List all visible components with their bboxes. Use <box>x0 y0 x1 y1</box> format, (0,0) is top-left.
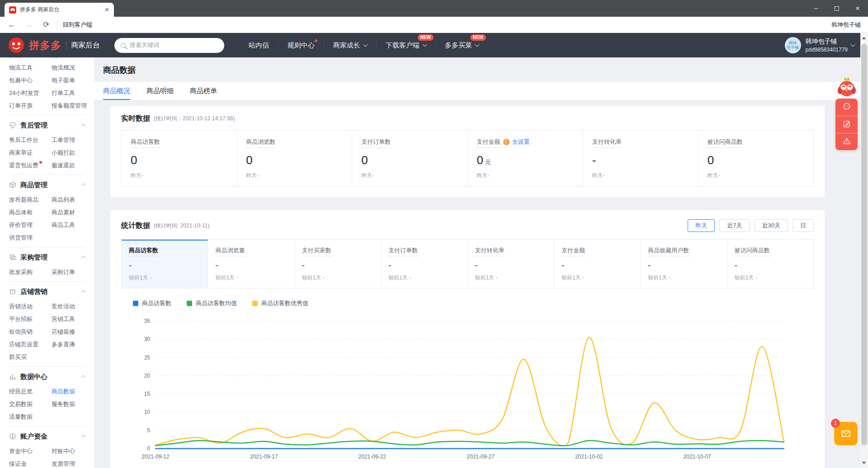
sidebar-link-商品体检[interactable]: 商品体检 <box>9 209 33 216</box>
sidebar-link-商品素材[interactable]: 商品素材 <box>52 209 75 216</box>
sidebar-link-报备额度管理[interactable]: 报备额度管理 <box>52 102 87 109</box>
sidebar-link-退货包运费[interactable]: 退货包运费 <box>9 162 38 169</box>
svg-text:25: 25 <box>144 355 151 361</box>
back-icon[interactable]: ← <box>6 20 17 29</box>
sidebar-link-资金中心[interactable]: 资金中心 <box>9 448 33 454</box>
tab-商品榜单[interactable]: 商品榜单 <box>190 82 217 100</box>
sidebar-link-售后工作台[interactable]: 售后工作台 <box>9 137 38 143</box>
sidebar-link-商品列表[interactable]: 商品列表 <box>52 196 75 203</box>
nav-item-2[interactable]: 商家成长 <box>324 33 376 57</box>
metric-tab-支付买家数[interactable]: 支付买家数-较前1天 - <box>295 240 381 288</box>
legend-item-商品访客数优秀值[interactable]: 商品访客数优秀值 <box>252 299 308 307</box>
range-button-日[interactable]: 日 <box>793 219 814 232</box>
sidebar-link-电子面单[interactable]: 电子面单 <box>52 77 75 84</box>
sidebar-section-商品管理[interactable]: 商品管理 <box>9 178 94 192</box>
scrollbar-up-icon[interactable] <box>862 37 866 39</box>
legend-item-商品访客数[interactable]: 商品访客数 <box>133 299 171 307</box>
sidebar-link-商品数据[interactable]: 商品数据 <box>52 388 75 395</box>
nav-item-4[interactable]: 多多买菜NEW <box>436 33 488 57</box>
sidebar-link-竞价活动[interactable]: 竞价活动 <box>52 303 75 310</box>
sidebar-link-短信营销[interactable]: 短信营销 <box>9 328 33 335</box>
mail-button[interactable]: 1 <box>834 422 858 445</box>
sidebar-link-交易数据[interactable]: 交易数据 <box>9 401 33 407</box>
search-input[interactable]: 搜索关键词 <box>114 38 224 53</box>
range-button-近7天[interactable]: 近7天 <box>719 219 750 232</box>
sidebar-link-工单管理[interactable]: 工单管理 <box>52 137 75 143</box>
reload-icon[interactable]: ⟳ <box>41 20 52 29</box>
sidebar-link-经营总览[interactable]: 经营总览 <box>9 388 33 395</box>
sidebar-link-极速退款[interactable]: 极速退款 <box>52 162 75 169</box>
page-scrollbar[interactable] <box>860 33 868 468</box>
metric-tab-支付转化率[interactable]: 支付转化率-较前1天 - <box>468 240 554 288</box>
sidebar-link-批发采购[interactable]: 批发采购 <box>9 269 33 275</box>
go-setup-link[interactable]: 去设置 <box>512 138 530 145</box>
sidebar-link-打单工具[interactable]: 打单工具 <box>52 90 75 96</box>
tab-商品明细[interactable]: 商品明细 <box>146 82 174 100</box>
sidebar-link-物流下单[interactable]: 物流下单 <box>52 57 75 58</box>
sidebar-link-小额打款[interactable]: 小额打款 <box>52 149 75 156</box>
back-to-client-button[interactable]: 回到客户端 <box>63 21 92 29</box>
pinduoduo-logo-icon[interactable] <box>8 37 24 53</box>
sidebar-link-发货管理[interactable]: 发货管理 <box>9 57 33 58</box>
sidebar-link-多多直播[interactable]: 多多直播 <box>52 341 75 348</box>
sidebar-link-营销工具[interactable]: 营销工具 <box>52 316 75 322</box>
sidebar-section-店铺营销[interactable]: 店铺营销 <box>9 285 94 298</box>
metric-tab-商品访客数[interactable]: 商品访客数-较前1天 - <box>122 240 208 288</box>
sidebar-link-物流概况[interactable]: 物流概况 <box>52 64 75 71</box>
tab-close-icon[interactable]: ✕ <box>104 6 109 13</box>
scrollbar-down-icon[interactable] <box>862 462 866 464</box>
range-button-近30天[interactable]: 近30天 <box>755 219 788 232</box>
metric-label: 支付转化率 <box>475 246 505 256</box>
scrollbar-thumb[interactable] <box>861 44 867 445</box>
sidebar-link-采购订单[interactable]: 采购订单 <box>52 269 75 275</box>
forward-icon[interactable]: → <box>24 20 34 29</box>
toolbar-shop-name: 韩坤包子铺 <box>831 21 861 29</box>
metric-tab-支付订单数[interactable]: 支付订单数-较前1天 - <box>381 240 467 288</box>
sidebar-section-账户资金[interactable]: 账户资金 <box>9 430 94 443</box>
sidebar-link-保证金[interactable]: 保证金 <box>9 460 27 467</box>
sidebar-link-订单开票[interactable]: 订单开票 <box>9 102 33 109</box>
metric-tab-支付金额[interactable]: 支付金额-较前1天 - <box>554 240 641 288</box>
sidebar-link-24小时发货[interactable]: 24小时发货 <box>9 90 39 96</box>
sidebar-section-数据中心[interactable]: 数据中心 <box>9 370 94 383</box>
sidebar-link-包裹中心[interactable]: 包裹中心 <box>9 77 33 84</box>
sidebar-link-群买买[interactable]: 群买买 <box>9 354 27 360</box>
window-close-button[interactable]: ✕ <box>847 0 868 17</box>
metric-tab-被访问商品数[interactable]: 被访问商品数-较前1天 - <box>727 240 813 288</box>
sidebar-link-评价管理[interactable]: 评价管理 <box>9 222 33 228</box>
metric-tab-商品浏览量[interactable]: 商品浏览量-较前1天 - <box>208 240 294 288</box>
sidebar-link-发布新商品[interactable]: 发布新商品 <box>9 196 38 203</box>
range-button-昨天[interactable]: 昨天 <box>688 219 715 232</box>
sidebar-link-物流工具[interactable]: 物流工具 <box>9 64 33 71</box>
sidebar-section-采购管理[interactable]: 采购管理 <box>9 251 94 264</box>
chevron-up-icon <box>81 256 86 260</box>
sidebar-link-商品工具[interactable]: 商品工具 <box>52 222 75 228</box>
sidebar-link-服务数据[interactable]: 服务数据 <box>52 401 75 407</box>
edit-button[interactable] <box>835 116 858 133</box>
chat-button[interactable] <box>835 99 858 116</box>
tab-商品概况[interactable]: 商品概况 <box>103 82 130 100</box>
main-content: 商品数据 商品概况商品明细商品榜单 实时数据 (统计时间：2021-10-12 … <box>94 57 860 468</box>
nav-item-1[interactable]: 规则中心 <box>278 33 324 57</box>
sidebar-row: 商家举证小额打款 <box>9 146 94 159</box>
nav-item-3[interactable]: 下载客户端NEW <box>377 33 435 57</box>
metric-tab-商品收藏用户数[interactable]: 商品收藏用户数-较前1天 - <box>641 240 727 288</box>
window-maximize-button[interactable] <box>826 0 847 17</box>
sidebar-link-店铺装修[interactable]: 店铺装修 <box>52 328 75 335</box>
sidebar-link-平台招标[interactable]: 平台招标 <box>9 316 33 322</box>
sidebar-link-流量数据[interactable]: 流量数据 <box>9 413 33 420</box>
sidebar-link-发票管理[interactable]: 发票管理 <box>52 460 75 467</box>
browser-tab[interactable]: 拼多多 商家后台 ✕ <box>5 3 114 17</box>
info-icon[interactable]: ! <box>503 139 509 145</box>
sidebar-link-商家举证[interactable]: 商家举证 <box>9 149 33 156</box>
sidebar-link-店铺页设置[interactable]: 店铺页设置 <box>9 341 38 348</box>
sidebar-link-供货管理[interactable]: 供货管理 <box>9 234 33 241</box>
warning-button[interactable] <box>835 133 858 150</box>
user-menu[interactable]: 韩坤包子铺 韩坤包子铺 pdd98583401779 <box>785 33 854 57</box>
sidebar-link-营销活动[interactable]: 营销活动 <box>9 303 33 310</box>
sidebar-link-对账中心[interactable]: 对账中心 <box>52 448 75 454</box>
legend-item-商品访客数均值[interactable]: 商品访客数均值 <box>187 299 237 307</box>
window-minimize-button[interactable]: ─ <box>806 0 826 17</box>
nav-item-0[interactable]: 站内信 <box>240 33 278 57</box>
sidebar-section-售后管理[interactable]: 售后管理 <box>9 118 94 132</box>
